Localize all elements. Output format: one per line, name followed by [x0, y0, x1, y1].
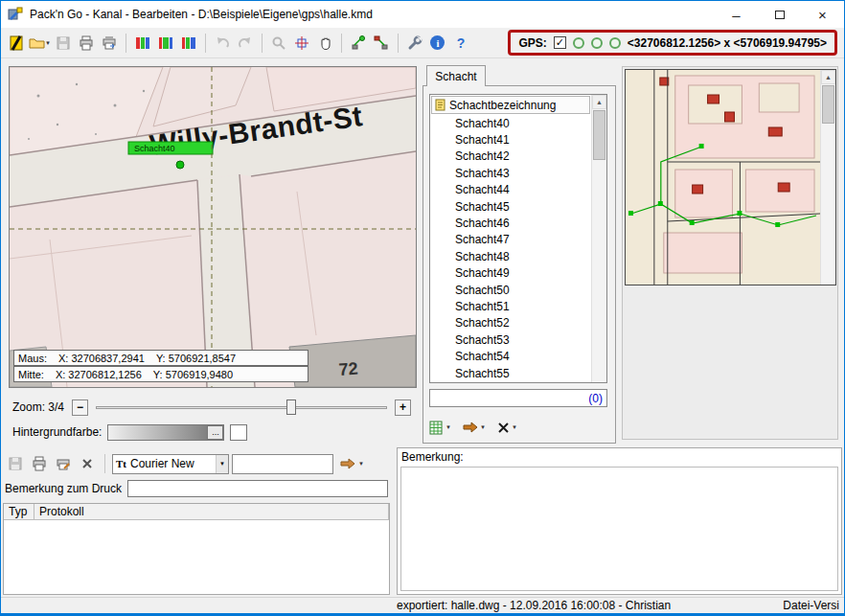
map-view-3-button[interactable] [178, 32, 199, 55]
toolbar-separator [341, 34, 342, 53]
overview-map-frame: ▲ ▼ [625, 69, 836, 285]
send-note-button[interactable]: ▼ [336, 454, 368, 474]
druck-input[interactable] [127, 480, 388, 497]
chevron-down-icon[interactable]: ▼ [480, 424, 486, 430]
tools-button[interactable] [404, 32, 425, 55]
list-item[interactable]: Schacht54 [430, 348, 591, 364]
mitte-x: X: 32706812,1256 [56, 369, 142, 380]
floppy-icon [56, 35, 71, 51]
list-item[interactable]: Schacht49 [430, 265, 591, 282]
list-item[interactable]: Schacht50 [430, 282, 591, 298]
center-coordinates: Mitte: X: 32706812,1256 Y: 5706919,9480 [13, 366, 308, 382]
map-canvas[interactable]: 72 Willy-Brandt-St Schacht40 [10, 67, 416, 387]
note-input[interactable] [232, 454, 333, 474]
overview-scrollbar[interactable]: ▲ ▼ [820, 70, 835, 285]
save-note-button[interactable] [5, 452, 26, 475]
tab-schacht[interactable]: Schacht [426, 65, 486, 86]
list-item[interactable]: Schacht48 [430, 248, 591, 264]
print-button[interactable] [76, 32, 97, 55]
undo-button[interactable] [212, 32, 233, 55]
bemerkung-textarea[interactable] [400, 467, 838, 591]
gps-track-button[interactable] [371, 32, 392, 55]
gps-checkbox[interactable]: ✓ [554, 36, 566, 49]
delete-button[interactable]: ▼ [497, 422, 525, 434]
close-button[interactable]: × [801, 1, 844, 28]
list-item[interactable]: Schacht40 [430, 115, 591, 131]
list-item[interactable]: Schacht41 [430, 131, 591, 148]
pan-button[interactable] [314, 32, 335, 55]
gps-route-button[interactable] [348, 32, 369, 55]
color-picker-button[interactable]: ... [207, 425, 223, 440]
list-item[interactable]: Schacht47 [430, 232, 591, 248]
orange-arrow-icon [340, 457, 355, 470]
schacht-filter-input[interactable] [430, 391, 584, 405]
transfer-button[interactable]: ▼ [463, 421, 493, 434]
chevron-down-icon[interactable]: ▼ [512, 424, 517, 430]
gps-coordinates: <32706812.1256> x <5706919.94795> [628, 36, 827, 50]
list-item[interactable]: Schacht46 [430, 215, 591, 231]
minimize-button[interactable]: – [715, 1, 758, 28]
rgb-layers-green-icon [158, 35, 173, 51]
redo-button[interactable] [235, 32, 256, 55]
list-item[interactable]: Schacht42 [430, 148, 591, 165]
scroll-thumb[interactable] [593, 110, 605, 160]
print-edit-button[interactable] [53, 452, 74, 475]
schacht-list: Schacht40 Schacht41 Schacht42 Schacht43 … [430, 115, 591, 382]
main-area: 72 Willy-Brandt-St Schacht40 Maus: X: 32… [1, 58, 844, 447]
printer-icon [32, 456, 47, 471]
column-typ[interactable]: Typ [4, 504, 34, 519]
list-item[interactable]: Schacht51 [430, 298, 591, 314]
list-item[interactable]: Schacht43 [430, 165, 591, 181]
mitte-y: Y: 5706919,9480 [153, 369, 233, 380]
module-button[interactable] [6, 32, 27, 55]
color-sample-box[interactable] [230, 424, 247, 441]
overview-map-canvas[interactable] [626, 70, 820, 285]
vertical-splitter[interactable] [390, 447, 397, 595]
list-item[interactable]: Schacht45 [430, 198, 591, 215]
map-view-1-button[interactable] [132, 32, 153, 55]
zoom-button[interactable] [268, 32, 289, 55]
schacht-column-header[interactable]: Schachtbezeichnung [431, 96, 590, 114]
scroll-up-button[interactable]: ▲ [821, 70, 835, 84]
center-map-button[interactable] [291, 32, 312, 55]
chevron-down-icon[interactable]: ▼ [45, 40, 51, 46]
zoom-slider[interactable] [96, 399, 387, 416]
scroll-thumb[interactable] [822, 85, 834, 124]
zoom-out-button[interactable]: − [72, 399, 88, 416]
toolbar-separator [104, 454, 105, 473]
list-item[interactable]: Schacht53 [430, 331, 591, 348]
schacht-marker[interactable] [176, 161, 184, 169]
table-view-button[interactable]: ▼ [429, 421, 459, 435]
print-note-button[interactable] [29, 452, 50, 475]
save-button[interactable] [53, 32, 74, 55]
list-scrollbar[interactable]: ▲ ▼ [591, 95, 606, 382]
font-name: Courier New [130, 457, 194, 470]
scroll-up-button[interactable]: ▲ [592, 95, 606, 109]
druck-row: Bemerkung zum Druck [5, 480, 388, 497]
magnifier-icon [271, 35, 286, 51]
list-item[interactable]: Schacht52 [430, 315, 591, 331]
print-export-button[interactable] [99, 32, 120, 55]
help-button[interactable]: ? [450, 32, 471, 55]
info-button[interactable]: i [427, 32, 448, 55]
open-file-button[interactable]: ▼ [29, 32, 51, 55]
list-item[interactable]: Schacht44 [430, 182, 591, 198]
marker-label: Schacht40 [134, 144, 175, 153]
chevron-down-icon[interactable]: ▼ [445, 424, 451, 430]
list-item[interactable]: Schacht55 [430, 365, 591, 381]
gps-route-icon [351, 35, 366, 51]
maximize-button[interactable] [758, 1, 801, 28]
maus-x: X: 32706837,2941 [58, 353, 145, 364]
delete-note-button[interactable] [77, 452, 98, 475]
protocol-table-header: Typ Protokoll [4, 504, 389, 520]
zoom-in-button[interactable]: + [395, 399, 411, 416]
chevron-down-icon[interactable]: ▼ [216, 455, 228, 473]
printer-edit-icon [56, 456, 71, 471]
map-view-2-button[interactable] [155, 32, 176, 55]
bottom-section: Tt Courier New ▼ ▼ Bemerkung zum Druck [1, 447, 844, 597]
font-combo[interactable]: Tt Courier New ▼ [112, 454, 229, 474]
chevron-down-icon[interactable]: ▼ [358, 461, 364, 467]
column-protokoll[interactable]: Protokoll [34, 504, 389, 519]
zoom-slider-thumb[interactable] [286, 399, 296, 415]
background-color-preview[interactable]: ... [107, 424, 224, 441]
